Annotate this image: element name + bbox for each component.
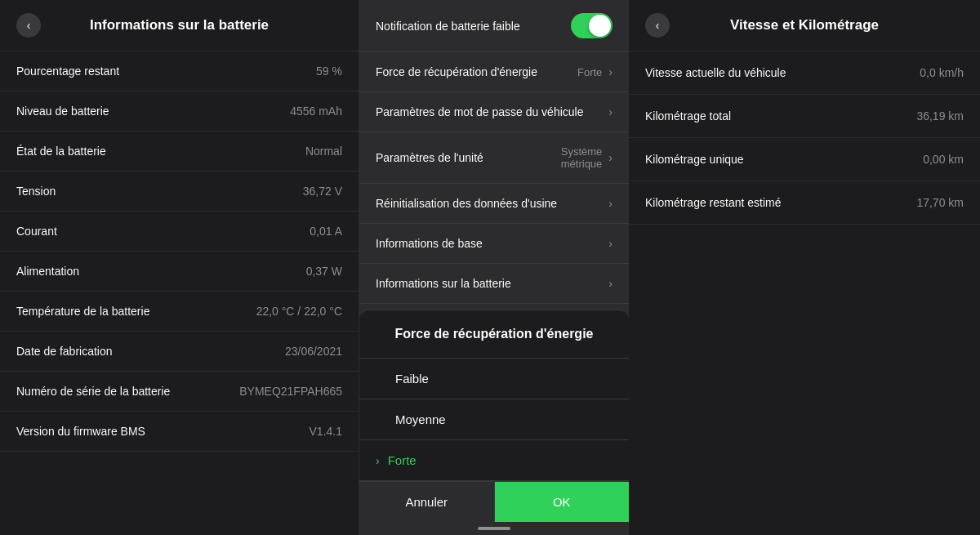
left-rows-container: Pourcentage restant 59 % Niveau de batte…	[0, 51, 359, 452]
info-value: 36,72 V	[303, 185, 342, 198]
menu-item[interactable]: Réinitialisation des données d'usine ›	[359, 184, 629, 224]
menu-item-label: Notification de batterie faible	[376, 20, 520, 33]
info-label: Température de la batterie	[16, 305, 149, 318]
menu-item[interactable]: Notification de batterie faible	[359, 0, 629, 52]
menu-item[interactable]: Paramètres de mot de passe du véhicule ›	[359, 92, 629, 132]
info-label: Pourcentage restant	[16, 65, 119, 78]
chevron-right-icon: ›	[608, 105, 612, 118]
right-panel-header: ‹ Vitesse et Kilométrage	[629, 0, 980, 51]
right-panel: ‹ Vitesse et Kilométrage Vitesse actuell…	[629, 0, 980, 535]
menu-item[interactable]: Paramètres de l'unité Système métrique ›	[359, 132, 629, 184]
info-value: 4556 mAh	[290, 105, 342, 118]
left-panel: ‹ Informations sur la batterie Pourcenta…	[0, 0, 359, 535]
menu-item-label: Informations sur la batterie	[376, 277, 511, 290]
modal-title: Force de récupération d'énergie	[359, 310, 629, 359]
menu-item-right: Système métrique ›	[561, 145, 612, 170]
chevron-right-icon: ›	[608, 151, 612, 164]
info-row: Niveau de batterie 4556 mAh	[0, 91, 359, 132]
info-row: Version du firmware BMS V1.4.1	[0, 412, 359, 452]
left-back-button[interactable]: ‹	[16, 13, 41, 38]
menu-item-right: ›	[608, 197, 612, 210]
option-label: Moyenne	[395, 412, 446, 426]
info-row: Courant 0,01 A	[0, 212, 359, 252]
right-label: Kilométrage restant estimé	[645, 196, 782, 209]
right-label: Kilométrage total	[645, 109, 731, 123]
info-row: Tension 36,72 V	[0, 172, 359, 212]
right-back-icon: ‹	[656, 19, 660, 32]
indicator-bar	[478, 527, 510, 530]
modal-option[interactable]: Faible	[359, 359, 629, 399]
menu-item[interactable]: Force de récupération d'énergie Forte ›	[359, 52, 629, 92]
modal-option[interactable]: Moyenne	[359, 399, 629, 440]
menu-item-label: Paramètres de l'unité	[376, 151, 483, 164]
info-value: 59 %	[316, 65, 342, 78]
right-info-row: Kilométrage restant estimé 17,70 km	[629, 181, 980, 225]
menu-item-right: ›	[608, 237, 612, 250]
menu-item[interactable]: Informations de base ›	[359, 224, 629, 264]
info-label: Date de fabrication	[16, 345, 113, 358]
right-label: Kilométrage unique	[645, 153, 744, 166]
info-label: Niveau de batterie	[16, 105, 109, 118]
menu-item-label: Informations de base	[376, 237, 483, 250]
right-rows-container: Vitesse actuelle du véhicule 0,0 km/h Ki…	[629, 51, 980, 225]
bottom-indicator	[359, 522, 629, 535]
info-value: 22,0 °C / 22,0 °C	[256, 305, 342, 318]
modal-option[interactable]: › Forte	[359, 440, 629, 481]
info-value: Normal	[305, 145, 342, 158]
right-back-button[interactable]: ‹	[645, 13, 670, 38]
menu-items-container: Notification de batterie faible Force de…	[359, 0, 629, 344]
menu-item-label: Réinitialisation des données d'usine	[376, 197, 557, 210]
info-label: Courant	[16, 225, 57, 238]
info-row: Température de la batterie 22,0 °C / 22,…	[0, 292, 359, 332]
chevron-right-icon: ›	[608, 197, 612, 210]
chevron-right-icon: ›	[608, 277, 612, 290]
info-label: Alimentation	[16, 265, 79, 278]
left-panel-title: Informations sur la batterie	[41, 17, 318, 33]
menu-item-right: ›	[608, 105, 612, 118]
middle-panel: Notification de batterie faible Force de…	[359, 0, 629, 535]
check-icon: ›	[376, 454, 380, 467]
menu-item-label: Force de récupération d'énergie	[376, 65, 537, 78]
info-row: Alimentation 0,37 W	[0, 252, 359, 292]
modal-buttons: Annuler OK	[359, 481, 629, 522]
right-label: Vitesse actuelle du véhicule	[645, 66, 786, 79]
right-value: 0,0 km/h	[920, 66, 964, 79]
menu-item-right	[571, 13, 612, 38]
left-panel-header: ‹ Informations sur la batterie	[0, 0, 359, 51]
right-info-row: Kilométrage total 36,19 km	[629, 95, 980, 138]
info-label: Version du firmware BMS	[16, 425, 145, 438]
toggle-knob	[589, 15, 611, 37]
menu-item-right: Forte ›	[577, 65, 612, 78]
option-label: Faible	[395, 372, 429, 386]
right-info-row: Vitesse actuelle du véhicule 0,0 km/h	[629, 51, 980, 95]
info-row: État de la batterie Normal	[0, 132, 359, 172]
chevron-right-icon: ›	[608, 237, 612, 250]
chevron-right-icon: ›	[608, 65, 612, 78]
right-value: 17,70 km	[916, 196, 964, 209]
option-label: Forte	[388, 453, 416, 467]
info-value: V1.4.1	[310, 425, 342, 438]
right-value: 36,19 km	[916, 109, 964, 123]
info-label: État de la batterie	[16, 145, 106, 158]
menu-item-value: Système métrique	[561, 145, 603, 170]
info-value: 0,37 W	[306, 265, 342, 278]
info-row: Pourcentage restant 59 %	[0, 51, 359, 91]
right-info-row: Kilométrage unique 0,00 km	[629, 138, 980, 181]
toggle-switch[interactable]	[571, 13, 612, 38]
left-back-icon: ‹	[27, 19, 31, 32]
modal-options-container: Faible Moyenne › Forte	[359, 359, 629, 481]
info-value: 23/06/2021	[285, 345, 342, 358]
info-value: 0,01 A	[310, 225, 342, 238]
right-value: 0,00 km	[923, 153, 964, 166]
menu-item-right: ›	[608, 277, 612, 290]
right-panel-title: Vitesse et Kilométrage	[670, 17, 939, 33]
info-label: Tension	[16, 185, 56, 198]
info-row: Numéro de série de la batterie BYMEQ21FP…	[0, 372, 359, 412]
menu-item-value: Forte	[577, 66, 602, 78]
info-row: Date de fabrication 23/06/2021	[0, 332, 359, 372]
info-value: BYMEQ21FPAH665	[239, 385, 342, 398]
modal-ok-button[interactable]: OK	[495, 482, 630, 522]
info-label: Numéro de série de la batterie	[16, 385, 170, 398]
menu-item[interactable]: Informations sur la batterie ›	[359, 264, 629, 304]
modal-cancel-button[interactable]: Annuler	[359, 482, 495, 522]
